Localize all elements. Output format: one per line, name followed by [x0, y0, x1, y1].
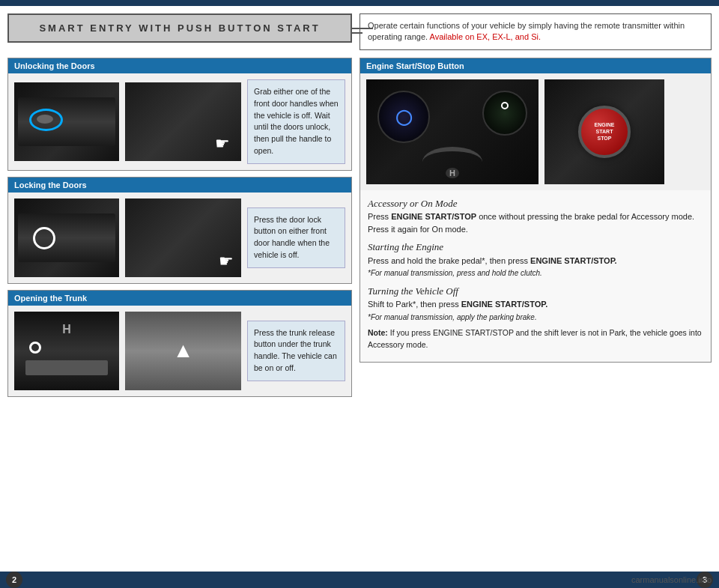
starting-title: Starting the Engine: [368, 241, 443, 252]
locking-main-image: [14, 198, 119, 277]
door-image: [14, 82, 119, 161]
note-text: Note: If you press ENGINE START/STOP and…: [368, 327, 703, 351]
info-box: Operate certain functions of your vehicl…: [360, 13, 712, 50]
locking-section: Locking the Doors ☛ Press the door l: [7, 177, 352, 284]
turning-note: *For manual transmission, apply the park…: [368, 313, 537, 321]
unlocking-description: Grab either one of the front door handle…: [247, 79, 345, 164]
bottom-bar: 2 3: [0, 572, 719, 588]
starting-text: Press and hold the brake pedal*, then pr…: [368, 256, 617, 265]
locking-header: Locking the Doors: [8, 178, 351, 193]
accessory-text: Press ENGINE START/STOP once without pre…: [368, 212, 694, 234]
accessory-title: Accessory or On Mode: [368, 198, 458, 209]
trunk-secondary-image: ▲: [125, 312, 241, 390]
trunk-body: H ▲ Press the trunk release button under…: [8, 306, 351, 396]
start-button-image: ENGINE START STOP: [544, 79, 664, 184]
turning-title: Turning the Vehicle Off: [368, 285, 458, 297]
watermark: carmanualsonline.info: [631, 575, 712, 584]
dashboard-image: ◯ H: [366, 79, 539, 184]
unlocking-body: ☛ Grab either one of the front door hand…: [8, 73, 351, 170]
page-number-left: 2: [6, 572, 22, 588]
trunk-header: Opening the Trunk: [8, 291, 351, 306]
engine-section: Engine Start/Stop Button ◯ H: [360, 58, 712, 363]
trunk-description: Press the trunk release button under the…: [247, 321, 345, 381]
trunk-section: Opening the Trunk H ▲: [7, 290, 352, 397]
turning-text: Shift to Park*, then press ENGINE START/…: [368, 300, 547, 309]
unlocking-header: Unlocking the Doors: [8, 58, 351, 73]
engine-text-content: Accessory or On Mode Press ENGINE START/…: [360, 190, 711, 362]
locking-body: ☛ Press the door lock button on either f…: [8, 193, 351, 283]
engine-header: Engine Start/Stop Button: [360, 58, 711, 73]
right-column: Operate certain functions of your vehicl…: [360, 13, 712, 564]
locking-description: Press the door lock button on either fro…: [247, 207, 345, 268]
starting-note: *For manual transmission, press and hold…: [368, 269, 542, 277]
availability-text: Available on EX, EX-L, and Si.: [430, 32, 541, 41]
left-column: SMART ENTRY WITH PUSH BUTTON START Unloc…: [7, 13, 352, 564]
trunk-main-image: H: [14, 312, 119, 390]
unlocking-section: Unlocking the Doors: [7, 58, 352, 171]
page-title: SMART ENTRY WITH PUSH BUTTON START: [7, 13, 352, 43]
engine-start-button: ENGINE START STOP: [578, 106, 631, 158]
locking-secondary-image: ☛: [125, 198, 241, 277]
engine-images-area: ◯ H ENG: [360, 73, 711, 190]
door-handle-image: ☛: [125, 82, 241, 161]
top-bar: [0, 0, 719, 6]
